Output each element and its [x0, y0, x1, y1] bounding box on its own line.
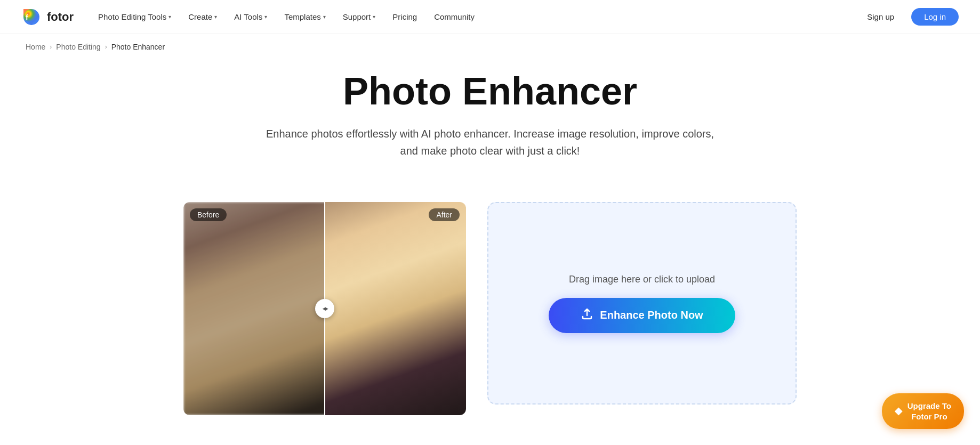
nav-item-create[interactable]: Create ▾ [181, 8, 224, 26]
hero-section: Photo Enhancer Enhance photos effortless… [0, 60, 980, 202]
nav-item-community[interactable]: Community [427, 8, 482, 26]
svg-text:f: f [26, 13, 28, 22]
chevron-down-icon: ▾ [264, 14, 267, 20]
before-label: Before [190, 208, 227, 221]
chevron-down-icon: ▾ [168, 14, 171, 20]
nav-item-support[interactable]: Support ▾ [335, 8, 383, 26]
signup-button[interactable]: Sign up [856, 8, 905, 26]
breadcrumb: Home › Photo Editing › Photo Enhancer [0, 34, 980, 60]
hero-subtitle: Enhance photos effortlessly with AI phot… [261, 125, 719, 159]
chevron-down-icon: ▾ [323, 14, 326, 20]
fotor-logo-icon: f [21, 7, 42, 27]
enhance-button-label: Enhance Photo Now [600, 309, 703, 321]
nav-item-templates[interactable]: Templates ▾ [277, 8, 333, 26]
before-side: Before [183, 202, 325, 415]
before-after-inner: Before After ◂▸ [183, 202, 466, 415]
breadcrumb-separator-1: › [50, 43, 52, 51]
main-content: Before After ◂▸ Drag image here or click… [0, 202, 980, 445]
logo[interactable]: f fotor [21, 7, 74, 27]
after-side: After [325, 202, 466, 415]
login-button[interactable]: Log in [911, 8, 959, 26]
enhance-button[interactable]: Enhance Photo Now [549, 298, 735, 333]
before-after-slider[interactable]: Before After ◂▸ [183, 202, 466, 415]
upload-drag-text: Drag image here or click to upload [569, 274, 715, 285]
navbar: f fotor Photo Editing Tools ▾ Create ▾ A… [0, 0, 980, 34]
upload-area[interactable]: Drag image here or click to upload Enhan… [487, 202, 797, 404]
nav-item-ai-tools[interactable]: AI Tools ▾ [227, 8, 275, 26]
breadcrumb-separator-2: › [105, 43, 107, 51]
diamond-icon: ◆ [895, 405, 902, 417]
breadcrumb-current: Photo Enhancer [111, 43, 165, 51]
breadcrumb-photo-editing[interactable]: Photo Editing [56, 43, 100, 51]
nav-item-pricing[interactable]: Pricing [385, 8, 424, 26]
upload-icon [581, 308, 593, 323]
chevron-down-icon: ▾ [214, 14, 217, 20]
upgrade-button[interactable]: ◆ Upgrade To Fotor Pro [882, 393, 964, 429]
before-photo [183, 202, 325, 415]
chevron-down-icon: ▾ [373, 14, 375, 20]
logo-text: fotor [47, 10, 74, 24]
slider-handle[interactable]: ◂▸ [315, 299, 334, 318]
nav-right: Sign up Log in [856, 8, 959, 26]
after-photo [325, 202, 466, 415]
slider-arrows-icon: ◂▸ [323, 305, 327, 312]
upgrade-text: Upgrade To Fotor Pro [907, 401, 951, 422]
after-label: After [429, 208, 460, 221]
nav-links: Photo Editing Tools ▾ Create ▾ AI Tools … [91, 8, 856, 26]
nav-item-photo-editing-tools[interactable]: Photo Editing Tools ▾ [91, 8, 179, 26]
hero-title: Photo Enhancer [21, 70, 959, 112]
breadcrumb-home[interactable]: Home [26, 43, 45, 51]
